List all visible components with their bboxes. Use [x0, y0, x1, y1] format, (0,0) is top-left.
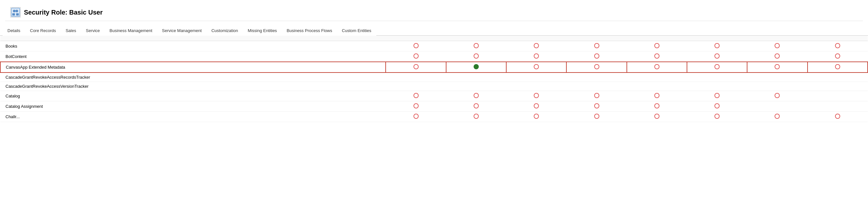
empty-circle-icon[interactable]: [594, 103, 599, 109]
row-permission-cell[interactable]: [808, 41, 868, 52]
tab-business-management[interactable]: Business Management: [105, 25, 157, 36]
row-permission-cell[interactable]: [627, 91, 687, 102]
empty-circle-icon[interactable]: [534, 114, 539, 119]
table-row[interactable]: Books: [0, 41, 868, 52]
empty-circle-icon[interactable]: [654, 103, 659, 109]
row-permission-cell[interactable]: [747, 62, 807, 72]
tab-service[interactable]: Service: [81, 25, 104, 36]
row-permission-cell[interactable]: [808, 102, 868, 112]
row-permission-cell[interactable]: [687, 52, 747, 62]
row-permission-cell[interactable]: [687, 112, 747, 122]
empty-circle-icon[interactable]: [775, 64, 780, 69]
row-permission-cell[interactable]: [747, 52, 807, 62]
row-permission-cell[interactable]: [747, 112, 807, 122]
tab-custom-entities[interactable]: Custom Entities: [337, 25, 376, 36]
row-permission-cell[interactable]: [627, 41, 687, 52]
row-permission-cell[interactable]: [506, 102, 566, 112]
row-permission-cell[interactable]: [747, 41, 807, 52]
row-permission-cell[interactable]: [687, 41, 747, 52]
empty-circle-icon[interactable]: [594, 43, 599, 48]
tab-customization[interactable]: Customization: [207, 25, 243, 36]
empty-circle-icon[interactable]: [474, 43, 479, 48]
row-permission-cell[interactable]: [446, 102, 506, 112]
row-permission-cell[interactable]: [446, 52, 506, 62]
empty-circle-icon[interactable]: [594, 53, 599, 59]
empty-circle-icon[interactable]: [714, 53, 720, 59]
table-row[interactable]: Catalog Assignment: [0, 102, 868, 112]
empty-circle-icon[interactable]: [714, 103, 720, 109]
row-permission-cell[interactable]: [808, 52, 868, 62]
row-permission-cell[interactable]: [446, 91, 506, 102]
tab-business-process-flows[interactable]: Business Process Flows: [282, 25, 337, 36]
empty-circle-icon[interactable]: [534, 43, 539, 48]
row-permission-cell[interactable]: [627, 62, 687, 72]
row-permission-cell[interactable]: [506, 41, 566, 52]
tab-sales[interactable]: Sales: [61, 25, 81, 36]
row-permission-cell[interactable]: [386, 62, 446, 72]
empty-circle-icon[interactable]: [654, 64, 659, 69]
row-permission-cell[interactable]: [747, 91, 807, 102]
table-row[interactable]: CascadeGrantRevokeAccessRecordsTracker: [0, 72, 868, 82]
empty-circle-icon[interactable]: [594, 93, 599, 98]
empty-circle-icon[interactable]: [714, 43, 720, 48]
empty-circle-icon[interactable]: [534, 53, 539, 59]
row-permission-cell[interactable]: [808, 91, 868, 102]
row-permission-cell[interactable]: [627, 102, 687, 112]
row-permission-cell[interactable]: [687, 91, 747, 102]
row-permission-cell[interactable]: [506, 62, 566, 72]
row-permission-cell[interactable]: [386, 52, 446, 62]
row-permission-cell[interactable]: [566, 91, 626, 102]
empty-circle-icon[interactable]: [775, 53, 780, 59]
empty-circle-icon[interactable]: [474, 114, 479, 119]
row-permission-cell[interactable]: [386, 102, 446, 112]
row-permission-cell[interactable]: [446, 112, 506, 122]
row-permission-cell[interactable]: [446, 41, 506, 52]
empty-circle-icon[interactable]: [474, 93, 479, 98]
empty-circle-icon[interactable]: [835, 43, 840, 48]
empty-circle-icon[interactable]: [534, 103, 539, 109]
empty-circle-icon[interactable]: [835, 64, 840, 69]
table-row[interactable]: Catalog: [0, 91, 868, 102]
empty-circle-icon[interactable]: [654, 93, 659, 98]
empty-circle-icon[interactable]: [413, 114, 418, 119]
empty-circle-icon[interactable]: [835, 114, 840, 119]
row-permission-cell[interactable]: [566, 62, 626, 72]
filled-circle-icon[interactable]: [474, 64, 479, 69]
row-permission-cell[interactable]: [566, 112, 626, 122]
table-row[interactable]: CascadeGrantRevokeAccessVersionTracker: [0, 82, 868, 91]
row-permission-cell[interactable]: [566, 52, 626, 62]
row-permission-cell[interactable]: [386, 112, 446, 122]
tab-missing-entities[interactable]: Missing Entities: [243, 25, 282, 36]
row-permission-cell[interactable]: [506, 112, 566, 122]
tab-details[interactable]: Details: [3, 25, 25, 36]
row-permission-cell[interactable]: [386, 41, 446, 52]
empty-circle-icon[interactable]: [654, 43, 659, 48]
row-permission-cell[interactable]: [566, 41, 626, 52]
row-permission-cell[interactable]: [506, 52, 566, 62]
empty-circle-icon[interactable]: [534, 93, 539, 98]
empty-circle-icon[interactable]: [594, 114, 599, 119]
empty-circle-icon[interactable]: [594, 64, 599, 69]
empty-circle-icon[interactable]: [775, 93, 780, 98]
table-row[interactable]: Challr...: [0, 112, 868, 122]
row-permission-cell[interactable]: [808, 62, 868, 72]
empty-circle-icon[interactable]: [413, 53, 418, 59]
empty-circle-icon[interactable]: [714, 93, 720, 98]
empty-circle-icon[interactable]: [413, 103, 418, 109]
empty-circle-icon[interactable]: [714, 64, 720, 69]
empty-circle-icon[interactable]: [775, 114, 780, 119]
tab-service-management[interactable]: Service Management: [157, 25, 207, 36]
row-permission-cell[interactable]: [446, 62, 506, 72]
empty-circle-icon[interactable]: [413, 93, 418, 98]
empty-circle-icon[interactable]: [714, 114, 720, 119]
row-permission-cell[interactable]: [566, 102, 626, 112]
tab-core-records[interactable]: Core Records: [25, 25, 61, 36]
row-permission-cell[interactable]: [627, 112, 687, 122]
row-permission-cell[interactable]: [687, 62, 747, 72]
row-permission-cell[interactable]: [506, 91, 566, 102]
empty-circle-icon[interactable]: [413, 43, 418, 48]
empty-circle-icon[interactable]: [835, 53, 840, 59]
table-row[interactable]: BotContent: [0, 52, 868, 62]
row-permission-cell[interactable]: [687, 102, 747, 112]
empty-circle-icon[interactable]: [534, 64, 539, 69]
